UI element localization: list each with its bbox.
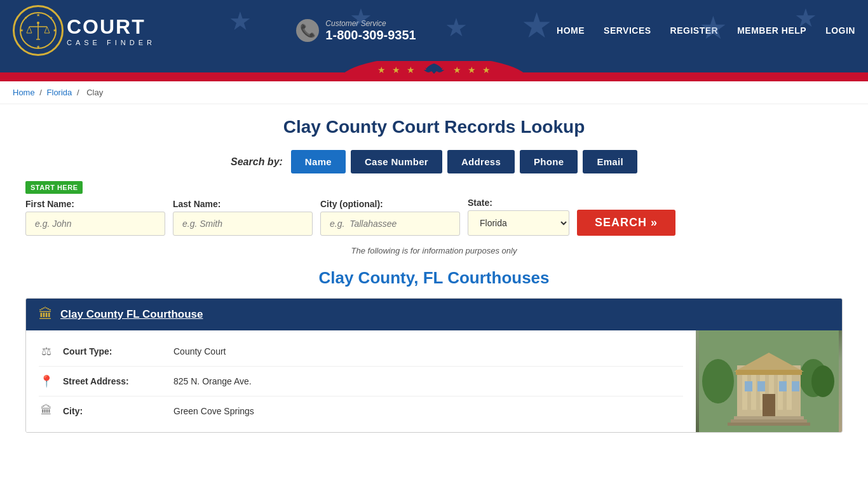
tab-name[interactable]: Name <box>291 150 346 173</box>
nav-home[interactable]: HOME <box>557 25 585 36</box>
courthouses-title: Clay County, FL Courthouses <box>25 268 843 288</box>
courthouse-image <box>696 330 842 432</box>
breadcrumb-florida[interactable]: Florida <box>47 88 72 97</box>
svg-point-13 <box>702 359 734 403</box>
customer-service: 📞 Customer Service 1-800-309-9351 <box>296 19 416 43</box>
star-left-2: ★ <box>392 65 400 75</box>
tab-email[interactable]: Email <box>583 150 637 173</box>
eagle-container: ★ ★ ★ ★ ★ ★ <box>377 61 491 81</box>
star-right-2: ★ <box>468 65 476 75</box>
city-input[interactable] <box>320 212 460 236</box>
star-right-3: ★ <box>482 65 491 75</box>
last-name-input[interactable] <box>173 212 313 236</box>
search-button[interactable]: SEARCH » <box>577 210 675 236</box>
logo-text: COURT CASE FINDER <box>67 15 156 46</box>
svg-text:★: ★ <box>36 13 40 17</box>
address-label: Street Address: <box>63 376 165 386</box>
courthouse-body: ⚖ Court Type: County Court 📍 Street Addr… <box>26 330 842 432</box>
breadcrumb-clay: Clay <box>86 88 103 97</box>
start-here-badge: START HERE <box>25 181 83 194</box>
courthouse-details: ⚖ Court Type: County Court 📍 Street Addr… <box>26 330 696 432</box>
courthouse-link[interactable]: Clay County FL Courthouse <box>60 308 203 321</box>
site-header: ★ ★ ★ ★ ★ ★ ★ ★ ★ ★ ★ ★ <box>0 0 868 81</box>
main-nav: HOME SERVICES REGISTER MEMBER HELP LOGIN <box>557 25 855 36</box>
svg-rect-25 <box>763 394 775 416</box>
courthouse-card: 🏛 Clay County FL Courthouse ⚖ Court Type… <box>25 298 843 433</box>
first-name-label: First Name: <box>25 199 165 209</box>
state-group: State: Florida Alabama Georgia South Car… <box>468 198 569 236</box>
cs-phone: 1-800-309-9351 <box>325 28 416 43</box>
svg-point-15 <box>811 365 834 397</box>
star-left-3: ★ <box>407 65 415 75</box>
nav-member-help[interactable]: MEMBER HELP <box>737 25 806 36</box>
svg-rect-27 <box>731 419 807 423</box>
nav-login[interactable]: LOGIN <box>825 25 855 36</box>
svg-rect-28 <box>728 423 810 426</box>
nav-services[interactable]: SERVICES <box>604 25 651 36</box>
first-name-group: First Name: <box>25 199 165 236</box>
breadcrumb-sep-1: / <box>39 88 44 97</box>
svg-rect-29 <box>745 381 752 391</box>
svg-text:★: ★ <box>50 16 53 20</box>
court-type-label: Court Type: <box>63 346 165 356</box>
tab-phone[interactable]: Phone <box>520 150 578 173</box>
svg-rect-22 <box>787 372 792 410</box>
svg-text:★: ★ <box>24 16 27 20</box>
svg-rect-30 <box>757 381 765 391</box>
phone-icon: 📞 <box>296 19 319 42</box>
state-label: State: <box>468 198 569 208</box>
main-content: Clay County Court Records Lookup Search … <box>0 104 868 458</box>
city-icon: 🏛 <box>39 404 54 417</box>
svg-rect-24 <box>736 370 802 375</box>
breadcrumb-sep-2: / <box>77 88 81 97</box>
city-label: City (optional): <box>320 199 460 209</box>
state-select[interactable]: Florida Alabama Georgia South Carolina N… <box>468 210 569 236</box>
court-type-icon: ⚖ <box>39 344 54 358</box>
info-note: The following is for information purpose… <box>25 246 843 255</box>
first-name-input[interactable] <box>25 212 165 236</box>
svg-text:★: ★ <box>20 28 24 32</box>
city-detail-label: City: <box>63 406 165 416</box>
detail-row-city: 🏛 City: Green Cove Springs <box>39 396 683 425</box>
tab-case-number[interactable]: Case Number <box>351 150 442 173</box>
eagle-icon <box>421 61 447 79</box>
svg-text:★: ★ <box>36 44 40 49</box>
search-form: First Name: Last Name: City (optional): … <box>25 198 843 236</box>
logo[interactable]: ★ ★ ★ ★ ★ ★ COURT CASE FINDER <box>13 5 156 56</box>
nav-register[interactable]: REGISTER <box>670 25 719 36</box>
svg-rect-32 <box>792 381 799 391</box>
cs-text: Customer Service 1-800-309-9351 <box>325 19 416 43</box>
svg-text:★: ★ <box>53 28 57 32</box>
svg-point-11 <box>433 65 435 67</box>
svg-rect-26 <box>734 416 804 419</box>
search-by-label: Search by: <box>231 156 283 168</box>
star-left-1: ★ <box>377 65 386 75</box>
courthouse-icon: 🏛 <box>39 306 53 323</box>
svg-rect-31 <box>779 381 787 391</box>
detail-row-address: 📍 Street Address: 825 N. Orange Ave. <box>39 367 683 396</box>
address-value: 825 N. Orange Ave. <box>173 376 252 386</box>
page-title: Clay County Court Records Lookup <box>25 117 843 137</box>
breadcrumb-home[interactable]: Home <box>13 88 35 97</box>
logo-sub-label: CASE FINDER <box>67 39 156 46</box>
court-type-value: County Court <box>173 346 226 356</box>
star-right-1: ★ <box>453 65 461 75</box>
city-group: City (optional): <box>320 199 460 236</box>
tab-address[interactable]: Address <box>447 150 515 173</box>
courthouse-header: 🏛 Clay County FL Courthouse <box>26 299 842 330</box>
courthouse-img-placeholder <box>696 330 842 432</box>
breadcrumb: Home / Florida / Clay <box>0 81 868 104</box>
search-by-row: Search by: Name Case Number Address Phon… <box>25 150 843 173</box>
city-detail-value: Green Cove Springs <box>173 406 254 416</box>
logo-court-label: COURT <box>67 15 156 39</box>
address-icon: 📍 <box>39 374 54 388</box>
logo-badge: ★ ★ ★ ★ ★ ★ <box>13 5 64 56</box>
cs-label: Customer Service <box>325 19 416 28</box>
last-name-group: Last Name: <box>173 199 313 236</box>
detail-row-court-type: ⚖ Court Type: County Court <box>39 337 683 367</box>
svg-point-10 <box>37 22 39 24</box>
last-name-label: Last Name: <box>173 199 313 209</box>
header-ribbon: ★ ★ ★ ★ ★ ★ <box>0 61 868 81</box>
